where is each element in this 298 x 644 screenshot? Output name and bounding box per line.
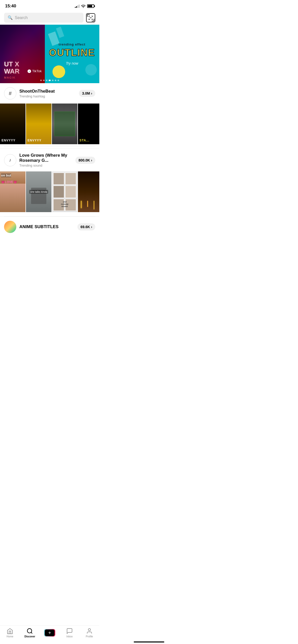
dot-5[interactable]	[52, 80, 53, 81]
main-content: UT X WAR MAGIK TikTok trending effect OU…	[0, 25, 99, 257]
chevron-right-icon-2: ›	[91, 158, 92, 162]
banner-left[interactable]: UT X WAR MAGIK TikTok	[0, 25, 45, 83]
search-bar[interactable]: 🔍 Search	[4, 13, 84, 23]
hashtag-count-badge[interactable]: 3.0M ›	[79, 90, 95, 97]
sound-title: Love Grows (Where My Rosemary G...	[19, 153, 72, 163]
banner-right[interactable]: trending effect OUTLINE Try now	[45, 25, 100, 83]
anime-title: ANIME SUBTITLES	[19, 224, 74, 229]
banner-effect-label: trending effect	[59, 42, 85, 46]
banner-deco-rect2	[56, 27, 64, 38]
hashtag-subtitle: Trending hashtag	[19, 94, 76, 98]
video-thumb-3[interactable]	[52, 104, 77, 144]
video-thumb-1[interactable]: ENVYYY	[0, 104, 25, 144]
sound-subtitle: Trending sound	[19, 164, 72, 167]
status-bar: 15:40	[0, 0, 99, 11]
video-thumb-2[interactable]: ENVYYY	[26, 104, 51, 144]
hashtag-video-grid: ENVYYY ENVYYY STA...	[0, 104, 99, 146]
video-text-onbut: on but	[1, 173, 11, 177]
love-video-thumb-3[interactable]: andnobodyknows	[52, 171, 77, 212]
tiktok-note-icon	[28, 69, 31, 73]
search-placeholder: Search	[15, 16, 28, 20]
scan-button[interactable]	[86, 13, 95, 22]
anime-count-badge[interactable]: 69.6K ›	[77, 223, 95, 230]
love-text: 💗LOVE💗	[1, 180, 17, 184]
carousel-dots	[0, 80, 99, 81]
love-video-thumb-4[interactable]	[78, 171, 99, 212]
banner-try-now[interactable]: Try now	[66, 61, 78, 65]
dot-6[interactable]	[55, 80, 56, 81]
video-overlay-1: ENVYYY	[2, 139, 16, 142]
video-overlay-4: STA...	[79, 139, 89, 142]
banner-deco-circle	[52, 65, 65, 78]
status-icons	[75, 4, 94, 8]
sound-count-badge[interactable]: 800.0K ›	[75, 157, 95, 164]
sound-icon: ♪	[4, 154, 16, 166]
divider-1	[4, 146, 95, 147]
battery-icon	[87, 4, 94, 8]
dot-4-active[interactable]	[49, 80, 51, 81]
video-overlay-2: ENVYYY	[28, 139, 42, 142]
signal-icon	[75, 4, 79, 8]
trending-hashtag-section[interactable]: # ShootOnTheBeat Trending hashtag 3.0M ›	[0, 83, 99, 104]
dot-3[interactable]	[46, 80, 47, 81]
search-bar-container: 🔍 Search	[0, 11, 99, 25]
dot-2[interactable]	[43, 80, 45, 81]
sound-video-grid: on but 💗LOVE💗 she talks kinda andnobodyk…	[0, 171, 99, 214]
nobody-knows-text: andnobodyknows	[61, 201, 69, 208]
dot-7[interactable]	[58, 80, 59, 81]
hashtag-title: ShootOnTheBeat	[19, 89, 76, 94]
banner-carousel[interactable]: UT X WAR MAGIK TikTok trending effect OU…	[0, 25, 99, 83]
tiktok-logo: TikTok	[28, 69, 42, 73]
love-video-thumb-2[interactable]: she talks kinda	[26, 171, 51, 212]
status-time: 15:40	[5, 4, 16, 9]
chevron-right-icon: ›	[91, 91, 92, 95]
chevron-right-icon-3: ›	[91, 225, 92, 229]
anime-subtitles-section[interactable]: ANIME SUBTITLES 69.6K ›	[0, 216, 99, 237]
love-video-thumb-1[interactable]: on but 💗LOVE💗	[0, 171, 25, 212]
banner-outline-title: OUTLINE	[49, 47, 95, 58]
hashtag-icon: #	[4, 87, 16, 99]
wifi-icon	[81, 4, 86, 8]
trending-sound-info: Love Grows (Where My Rosemary G... Trend…	[19, 153, 72, 167]
anime-icon	[4, 221, 16, 233]
search-icon: 🔍	[8, 15, 13, 20]
trending-sound-section[interactable]: ♪ Love Grows (Where My Rosemary G... Tre…	[0, 149, 99, 171]
dot-1[interactable]	[40, 80, 42, 81]
video-thumb-4[interactable]: STA...	[78, 104, 99, 144]
trending-hashtag-info: ShootOnTheBeat Trending hashtag	[19, 89, 76, 98]
she-talks-text: she talks kinda	[29, 190, 48, 194]
anime-info: ANIME SUBTITLES	[19, 224, 74, 229]
